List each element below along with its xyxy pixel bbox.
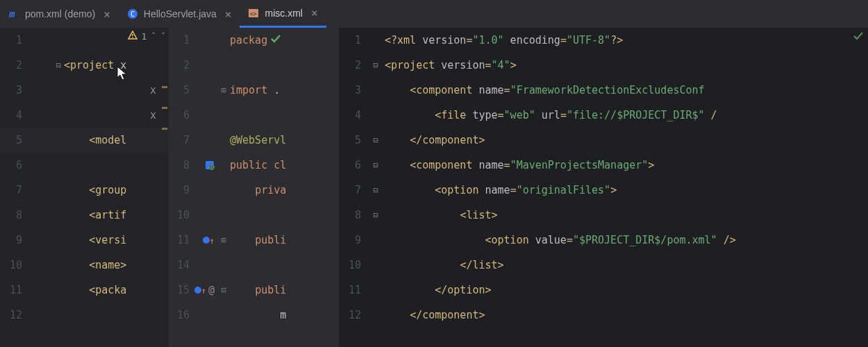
line-number: 6 [169, 109, 198, 121]
editor-col-pom[interactable]: 1 ˆ ˇ 12⊟<project x3x4x5 <model67 <group… [0, 28, 169, 347]
stripe-mark[interactable] [162, 128, 167, 130]
fold-toggle-icon[interactable]: ⊟ [373, 135, 378, 145]
code: <project x [64, 59, 126, 71]
code-line[interactable]: 8public cl [169, 153, 339, 178]
code-line[interactable]: 9 priva [169, 178, 339, 203]
override-icon[interactable]: ↑ [203, 234, 215, 246]
line-number: 8 [339, 209, 369, 221]
code-line[interactable]: 6 [169, 103, 339, 128]
line-number: 9 [339, 234, 369, 246]
code: <?xml version="1.0" encoding="UTF-8"?> [385, 34, 623, 46]
code-line[interactable]: 7⊟ <option name="originalFiles"> [339, 178, 868, 203]
inspection-ok[interactable] [853, 31, 864, 44]
fold-toggle-icon[interactable]: ⊟ [373, 185, 378, 195]
gutter: ⊟ [369, 185, 385, 195]
code-line[interactable]: 8 <artif [0, 203, 169, 228]
code-line[interactable]: 11 </option> [339, 278, 868, 303]
editor-col-misc[interactable]: 1<?xml version="1.0" encoding="UTF-8"?>2… [339, 28, 868, 347]
gutter: ↑@ [198, 284, 217, 296]
line-number: 11 [169, 234, 198, 246]
prev-highlight-icon[interactable]: ˆ [151, 31, 156, 42]
editor-col-java[interactable]: 1packag25⊞import .67@WebServl8public cl9… [169, 28, 339, 347]
line-number: 1 [339, 34, 369, 46]
code-line[interactable]: 1<?xml version="1.0" encoding="UTF-8"?> [339, 28, 868, 53]
code-line[interactable]: 9 <option value="$PROJECT_DIR$/pom.xml" … [339, 228, 868, 253]
code-line[interactable]: 8⊟ <list> [339, 203, 868, 228]
code-line[interactable]: 5⊞import . [169, 78, 339, 103]
line-number: 6 [0, 159, 31, 171]
code-line[interactable]: 6⊟ <component name="MavenProjectsManager… [339, 153, 868, 178]
code-line[interactable]: 10 </list> [339, 253, 868, 278]
code-line[interactable]: 11 <packa [0, 278, 169, 303]
tab-java[interactable]: C HelloServlet.java × [119, 0, 240, 28]
fold-toggle-icon[interactable]: ⊟ [373, 60, 378, 70]
code-line[interactable]: 16 m [169, 303, 339, 328]
code: <project version="4"> [385, 59, 517, 71]
web-icon[interactable] [205, 160, 215, 170]
code-line[interactable]: 2 [169, 53, 339, 78]
code-line[interactable]: 5 <model [0, 128, 169, 153]
code: <option value="$PROJECT_DIR$/pom.xml" /> [385, 234, 736, 246]
code: <name> [64, 259, 126, 271]
warning-count: 1 [142, 31, 147, 42]
fold-toggle-icon[interactable]: ⊟ [373, 160, 378, 170]
fold-toggle-icon[interactable]: ⊟ [56, 60, 61, 70]
gutter: ⊟ [369, 135, 385, 145]
code-line[interactable]: 4 <file type="web" url="file://$PROJECT_… [339, 103, 868, 128]
code-line[interactable]: 7 <group [0, 178, 169, 203]
code-line[interactable]: 4x [0, 103, 169, 128]
code: <component name="MavenProjectsManager"> [385, 159, 654, 171]
tab-pom[interactable]: m pom.xml (demo) × [0, 0, 119, 28]
line-number: 4 [0, 109, 31, 121]
code: <group [64, 184, 126, 196]
editor-tabs: m pom.xml (demo) × C HelloServlet.java ×… [0, 0, 868, 28]
fold-toggle-icon[interactable]: ⊞ [221, 85, 226, 95]
override-icon[interactable]: ↑ [194, 284, 206, 296]
code: public cl [230, 159, 286, 171]
close-icon[interactable]: × [225, 8, 232, 21]
code: </option> [385, 284, 492, 296]
line-number: 16 [169, 309, 198, 321]
line-number: 1 [169, 34, 198, 46]
code-line[interactable]: 7@WebServl [169, 128, 339, 153]
code-line[interactable]: 5⊟ </component> [339, 128, 868, 153]
inspection-summary[interactable]: 1 ˆ ˇ [128, 31, 166, 42]
code-line[interactable]: 9 <versi [0, 228, 169, 253]
code-line[interactable]: 15↑@⊟ publi [169, 278, 339, 303]
line-number: 6 [339, 159, 369, 171]
code-line[interactable]: 6 [0, 153, 169, 178]
xml-icon: <> [248, 8, 259, 19]
code-line[interactable]: 12 </component> [339, 303, 868, 328]
gutter: ⊟ [369, 210, 385, 220]
fold-toggle-icon[interactable]: ⊟ [221, 285, 226, 295]
close-icon[interactable]: × [311, 6, 318, 19]
code-line[interactable]: 10 [169, 203, 339, 228]
tab-label: misc.xml [265, 8, 302, 19]
code-line[interactable]: 2⊟<project version="4"> [339, 53, 868, 78]
fold-toggle-icon[interactable]: ⊞ [221, 235, 226, 245]
class-icon: C [127, 8, 138, 19]
line-number: 14 [169, 259, 198, 271]
code-line[interactable]: 10 <name> [0, 253, 169, 278]
code-line[interactable]: 14 [169, 253, 339, 278]
tab-misc[interactable]: <> misc.xml × [240, 0, 326, 28]
code: <artif [64, 209, 126, 221]
code-line[interactable]: 1packag [169, 28, 339, 53]
code-line[interactable]: 12 [0, 303, 169, 328]
svg-text:C: C [131, 10, 135, 18]
line-number: 8 [169, 159, 198, 171]
code-line[interactable]: 2⊟<project x [0, 53, 169, 78]
code-line[interactable]: 3 <component name="FrameworkDetectionExc… [339, 78, 868, 103]
close-icon[interactable]: × [103, 8, 110, 21]
fold-toggle-icon[interactable]: ⊟ [373, 210, 378, 220]
gutter: ⊟ [369, 160, 385, 170]
maven-icon: m [8, 8, 19, 19]
line-number: 10 [0, 259, 31, 271]
line-number: 11 [0, 284, 31, 296]
annotation-icon: @ [208, 284, 215, 296]
gutter: ↑ [198, 234, 217, 246]
next-highlight-icon[interactable]: ˇ [160, 31, 166, 42]
code-line[interactable]: 3x [0, 78, 169, 103]
line-number: 5 [339, 134, 369, 146]
code-line[interactable]: 11↑⊞ publi [169, 228, 339, 253]
